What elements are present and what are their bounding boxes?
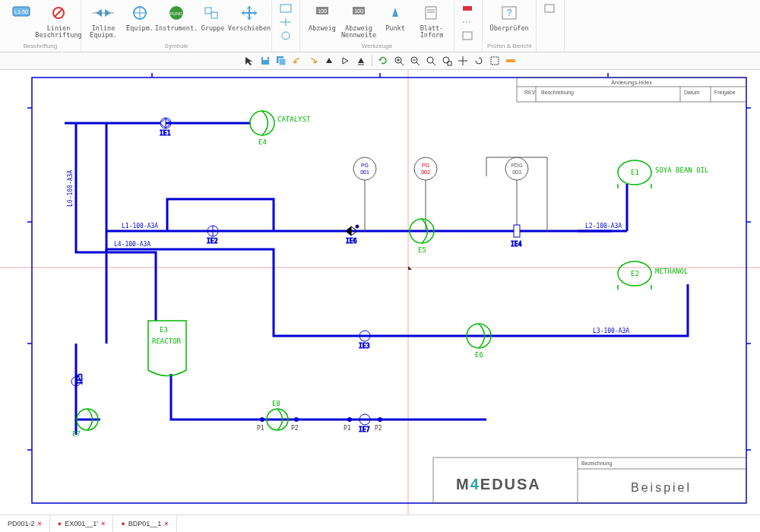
svg-text:E6: E6 (475, 351, 483, 359)
svg-rect-8 (205, 8, 211, 14)
drawing-canvas[interactable]: Änderungs-Index REV Beschreibung Datum F… (0, 70, 760, 517)
svg-rect-16 (426, 7, 436, 19)
svg-line-37 (432, 62, 435, 65)
verschieben-button[interactable]: Verschieben (232, 2, 267, 32)
linien-beschriftung-button[interactable]: Linien Beschriftung (41, 2, 76, 40)
redo-icon[interactable] (306, 54, 320, 68)
svg-text:E2: E2 (631, 270, 639, 277)
svg-rect-40 (491, 57, 499, 65)
svg-rect-27 (279, 59, 286, 65)
svg-text:P1: P1 (344, 425, 351, 432)
measure-icon[interactable] (504, 54, 518, 68)
equipm-button[interactable]: Equipm. (122, 2, 157, 32)
blatt-inform-button[interactable]: Blatt- Inform (414, 2, 449, 40)
equipment-e1: E1SOYA BEAN OIL (618, 160, 708, 188)
tool-a[interactable] (459, 2, 477, 14)
sym-b[interactable] (277, 16, 295, 28)
tri-side-icon[interactable] (338, 54, 352, 68)
svg-text:CATALYST: CATALYST (277, 116, 311, 123)
svg-point-114 (414, 157, 437, 180)
rot-icon[interactable] (472, 54, 486, 68)
secondary-toolbar (0, 52, 760, 70)
cursor-icon[interactable] (242, 54, 256, 68)
title-block: M4EDUSA Bezeichnung Beispiel (433, 458, 746, 503)
svg-text:PG: PG (422, 163, 429, 168)
sym-a[interactable] (277, 2, 295, 14)
svg-text:L3-100-A3A: L3-100-A3A (593, 328, 629, 334)
svg-rect-19 (463, 6, 472, 11)
svg-text:E1: E1 (631, 169, 639, 176)
svg-text:METHANOL: METHANOL (655, 268, 688, 275)
svg-text:E3: E3 (160, 326, 168, 334)
svg-rect-20 (463, 32, 472, 40)
ribbon-group-symbole: Inline Equipm. Equipm. FUNCInstrument. G… (81, 0, 272, 52)
svg-text:003: 003 (512, 169, 521, 175)
save-icon[interactable] (258, 54, 272, 68)
svg-text:IE3: IE3 (359, 343, 370, 350)
refresh-icon[interactable] (376, 54, 390, 68)
tri-up-icon[interactable] (322, 54, 336, 68)
equipment-e5: E5 (410, 219, 434, 254)
tool-b[interactable] (459, 16, 477, 28)
svg-text:PDG: PDG (511, 163, 522, 168)
svg-text:001: 001 (360, 169, 369, 175)
svg-rect-23 (545, 5, 554, 12)
svg-text:L1-50: L1-50 (14, 9, 28, 14)
zoom-in-icon[interactable] (392, 54, 406, 68)
undo-icon[interactable] (290, 54, 304, 68)
opt-a[interactable] (541, 2, 559, 14)
tri-fill-icon[interactable] (354, 54, 368, 68)
svg-text:Beschreibung: Beschreibung (541, 90, 574, 96)
abzweig-nw-button[interactable]: 100Abzweig Nennweite (341, 2, 376, 40)
svg-text:E5: E5 (418, 246, 426, 254)
svg-point-117 (505, 157, 528, 180)
svg-text:100: 100 (318, 8, 327, 14)
svg-text:FUNC: FUNC (170, 11, 183, 16)
svg-point-126 (378, 417, 382, 422)
svg-rect-25 (263, 57, 268, 60)
svg-rect-103 (514, 225, 520, 237)
svg-text:?: ? (507, 8, 512, 18)
svg-rect-9 (211, 12, 217, 18)
svg-text:L2-100-A3A: L2-100-A3A (585, 223, 622, 230)
saveall-icon[interactable] (274, 54, 288, 68)
svg-text:IE5: IE5 (77, 373, 84, 385)
tab-ex001[interactable]: ●EX001__1'× (50, 515, 113, 517)
svg-text:Freigabe: Freigabe (714, 90, 736, 96)
instrument-button[interactable]: FUNCInstrument. (159, 2, 194, 32)
pan-icon[interactable] (456, 54, 470, 68)
uberprufen-button[interactable]: ?Überprüfen (492, 2, 527, 32)
ribbon-toolbar: L1-50 Linien Beschriftung Beschriftung I… (0, 0, 760, 52)
svg-text:PG: PG (361, 163, 369, 168)
svg-text:IE6: IE6 (346, 238, 357, 245)
svg-rect-10 (280, 5, 291, 12)
svg-line-3 (55, 9, 62, 17)
gruppe-button[interactable]: Gruppe (195, 2, 230, 32)
svg-line-30 (401, 62, 404, 65)
pid-drawing: Änderungs-Index REV Beschreibung Datum F… (0, 70, 760, 517)
instrument-pg001: PG001 (353, 157, 376, 180)
svg-text:SOYA BEAN OIL: SOYA BEAN OIL (655, 166, 708, 174)
equipment-e8: E8 (267, 400, 288, 430)
tag-button[interactable]: L1-50 (5, 2, 40, 25)
ribbon-group-werkzeuge: 100Abzweig 100Abzweig Nennweite Punkt Bl… (300, 0, 454, 52)
punkt-button[interactable]: Punkt (378, 2, 413, 32)
sym-c[interactable] (277, 30, 295, 42)
svg-text:L1-100-A3A: L1-100-A3A (122, 223, 158, 230)
inline-equipm-button[interactable]: Inline Equipm. (86, 2, 121, 40)
svg-text:IE7: IE7 (359, 426, 370, 433)
abzweig-button[interactable]: 100Abzweig (305, 2, 340, 32)
tab-bdp01[interactable]: ●BDP01__1× (113, 515, 176, 517)
zoom-fit-icon[interactable] (424, 54, 438, 68)
ribbon-group-small1 (272, 0, 300, 52)
sel-icon[interactable] (488, 54, 502, 68)
svg-text:002: 002 (421, 169, 430, 175)
svg-point-120 (260, 417, 264, 422)
svg-text:REACTOR: REACTOR (152, 337, 182, 345)
tab-pd001[interactable]: PD001-2× (0, 515, 50, 517)
svg-point-107 (356, 225, 359, 228)
svg-text:Datum: Datum (684, 90, 700, 95)
zoom-win-icon[interactable] (440, 54, 454, 68)
tool-c[interactable] (459, 30, 477, 42)
zoom-out-icon[interactable] (408, 54, 422, 68)
